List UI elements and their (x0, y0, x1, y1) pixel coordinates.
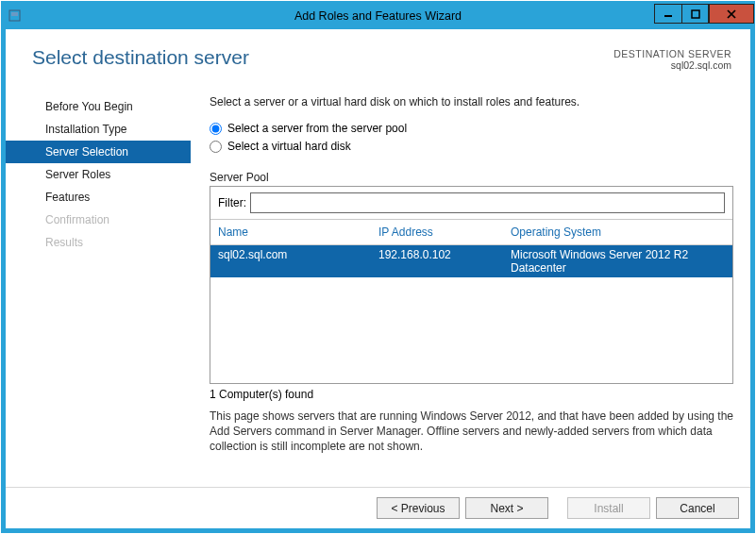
maximize-button[interactable] (681, 4, 709, 24)
titlebar[interactable]: Add Roles and Features Wizard (2, 2, 754, 29)
app-icon (2, 2, 28, 29)
radio-vhd[interactable]: Select a virtual hard disk (210, 140, 733, 153)
radio-vhd-input[interactable] (210, 141, 222, 153)
window-title: Add Roles and Features Wizard (2, 9, 754, 23)
cell-name: sql02.sql.com (218, 248, 378, 275)
radio-server-pool-label: Select a server from the server pool (227, 122, 407, 135)
nav-features[interactable]: Features (6, 186, 191, 209)
radio-server-pool-input[interactable] (210, 123, 222, 135)
col-name[interactable]: Name (218, 225, 378, 239)
radio-vhd-label: Select a virtual hard disk (227, 140, 351, 153)
destination-value: sql02.sql.com (613, 59, 731, 71)
cell-os: Microsoft Windows Server 2012 R2 Datacen… (511, 248, 725, 275)
destination-label: DESTINATION SERVER (613, 48, 731, 59)
minimize-button[interactable] (654, 4, 681, 24)
server-pool-box: Filter: Name IP Address Operating System… (210, 186, 733, 384)
nav-results: Results (6, 231, 191, 254)
server-pool-label: Server Pool (210, 171, 733, 184)
cell-ip: 192.168.0.102 (378, 248, 511, 275)
found-count: 1 Computer(s) found (210, 388, 733, 401)
svg-rect-1 (11, 12, 18, 16)
col-ip[interactable]: IP Address (378, 225, 511, 239)
server-table-header: Name IP Address Operating System (210, 220, 732, 245)
wizard-nav: Before You Begin Installation Type Serve… (6, 88, 191, 487)
col-os[interactable]: Operating System (511, 225, 725, 239)
nav-installation-type[interactable]: Installation Type (6, 118, 191, 141)
table-row[interactable]: sql02.sql.com 192.168.0.102 Microsoft Wi… (210, 245, 732, 277)
previous-button[interactable]: < Previous (377, 497, 460, 519)
server-table-body: sql02.sql.com 192.168.0.102 Microsoft Wi… (210, 245, 732, 383)
page-title: Select destination server (32, 46, 249, 71)
wizard-footer: < Previous Next > Install Cancel (6, 487, 750, 528)
radio-server-pool[interactable]: Select a server from the server pool (210, 122, 733, 135)
destination-server-block: DESTINATION SERVER sql02.sql.com (613, 46, 731, 71)
nav-server-roles[interactable]: Server Roles (6, 163, 191, 186)
nav-confirmation: Confirmation (6, 209, 191, 231)
nav-server-selection[interactable]: Server Selection (6, 141, 191, 163)
install-button: Install (567, 497, 650, 519)
close-button[interactable] (709, 4, 754, 24)
filter-label: Filter: (218, 196, 246, 209)
instruction-text: Select a server or a virtual hard disk o… (210, 95, 733, 108)
svg-rect-3 (692, 10, 699, 18)
note-text: This page shows servers that are running… (210, 409, 733, 455)
filter-input[interactable] (250, 192, 725, 213)
cancel-button[interactable]: Cancel (656, 497, 739, 519)
next-button[interactable]: Next > (465, 497, 548, 519)
nav-before-you-begin[interactable]: Before You Begin (6, 95, 191, 118)
